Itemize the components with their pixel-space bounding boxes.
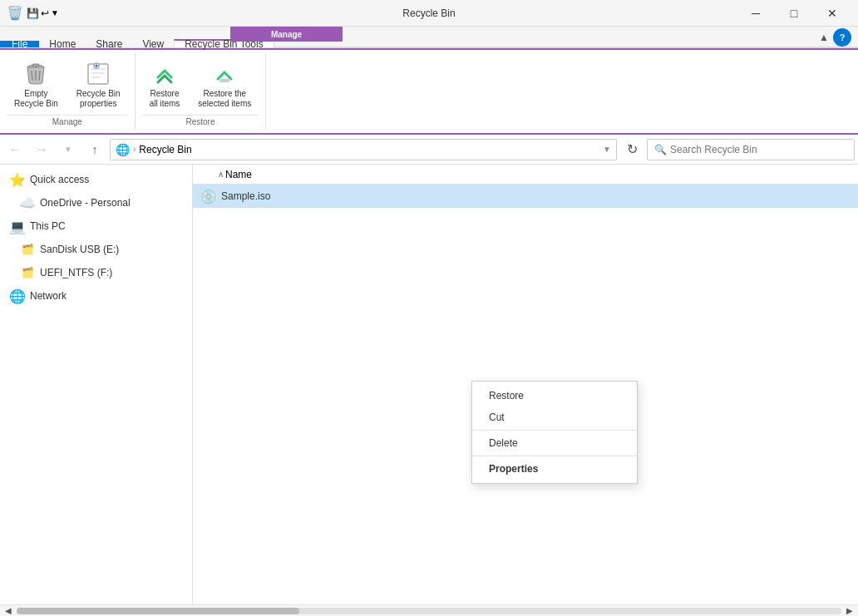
qat-save[interactable]: 💾 bbox=[27, 7, 39, 19]
sidebar: ⭐ Quick access ☁️ OneDrive - Personal 💻 … bbox=[0, 165, 193, 604]
column-header: ∧ Name bbox=[193, 165, 858, 185]
ribbon-collapse-button[interactable]: ▲ bbox=[815, 28, 833, 47]
recycle-bin-properties-button[interactable]: Recycle Binproperties bbox=[69, 57, 128, 113]
ribbon-section-restore: Restoreall items Restore theselected ite… bbox=[136, 53, 267, 130]
tab-file[interactable]: File bbox=[0, 41, 39, 47]
empty-recycle-bin-label: EmptyRecycle Bin bbox=[14, 89, 58, 109]
path-chevron: › bbox=[133, 145, 136, 154]
restore-all-items-label: Restoreall items bbox=[150, 89, 180, 109]
tab-share[interactable]: Share bbox=[86, 41, 132, 47]
qat-undo[interactable]: ↩ bbox=[41, 7, 49, 19]
file-row[interactable]: 💿 Sample.iso bbox=[193, 185, 858, 208]
scroll-right-button[interactable]: ▶ bbox=[843, 605, 856, 617]
scroll-left-button[interactable]: ◀ bbox=[2, 605, 15, 617]
this-pc-icon: 💻 bbox=[10, 219, 25, 234]
ribbon-tab-bar: File Home Share View Recycle Bin Tools ▲… bbox=[0, 27, 858, 48]
name-column-header[interactable]: ∧ Name bbox=[196, 165, 252, 184]
main-content: ⭐ Quick access ☁️ OneDrive - Personal 💻 … bbox=[0, 165, 858, 604]
minimize-button[interactable]: ─ bbox=[737, 0, 775, 27]
sidebar-item-sandisk[interactable]: 🗂️ SanDisk USB (E:) bbox=[0, 238, 192, 261]
context-menu-restore[interactable]: Restore bbox=[472, 385, 637, 407]
up-button[interactable]: ↑ bbox=[83, 138, 106, 161]
restore-buttons: Restoreall items Restore theselected ite… bbox=[142, 57, 259, 113]
uefi-ntfs-icon: 🗂️ bbox=[20, 265, 35, 280]
restore-selected-button[interactable]: Restore theselected items bbox=[190, 57, 259, 113]
ribbon-content: EmptyRecycle Bin Recycle Binproperties M… bbox=[0, 48, 858, 135]
close-button[interactable]: ✕ bbox=[813, 0, 851, 27]
maximize-button[interactable]: □ bbox=[775, 0, 813, 27]
uefi-ntfs-label: UEFI_NTFS (F:) bbox=[40, 267, 112, 278]
context-menu-delete[interactable]: Delete bbox=[472, 432, 637, 454]
onedrive-icon: ☁️ bbox=[20, 195, 35, 210]
svg-rect-4 bbox=[32, 64, 39, 67]
horizontal-scrollbar[interactable]: ◀ ▶ bbox=[0, 604, 858, 616]
recent-locations-button[interactable]: ▼ bbox=[57, 138, 80, 161]
svg-line-1 bbox=[32, 71, 32, 81]
sidebar-item-this-pc[interactable]: 💻 This PC bbox=[0, 214, 192, 238]
path-globe-icon: 🌐 bbox=[116, 143, 130, 156]
file-icon: 💿 bbox=[201, 189, 216, 204]
path-text: Recycle Bin bbox=[139, 144, 191, 155]
context-menu-separator-2 bbox=[472, 456, 637, 456]
address-bar: ← → ▼ ↑ 🌐 › Recycle Bin ▼ ↻ 🔍 bbox=[0, 135, 858, 165]
context-menu: Restore Cut Delete Properties bbox=[471, 381, 638, 484]
sidebar-item-uefi-ntfs[interactable]: 🗂️ UEFI_NTFS (F:) bbox=[0, 261, 192, 284]
network-label: Network bbox=[30, 290, 67, 302]
network-icon: 🌐 bbox=[10, 288, 25, 303]
tab-home[interactable]: Home bbox=[39, 41, 86, 47]
tab-view[interactable]: View bbox=[132, 41, 174, 47]
search-input[interactable] bbox=[670, 144, 847, 155]
qat-dropdown[interactable]: ▼ bbox=[51, 8, 59, 17]
restore-selected-label: Restore theselected items bbox=[198, 89, 251, 109]
restore-section-label: Restore bbox=[142, 115, 259, 126]
scroll-track[interactable] bbox=[17, 608, 841, 614]
scroll-thumb[interactable] bbox=[17, 608, 299, 614]
svg-rect-11 bbox=[219, 79, 229, 82]
back-button[interactable]: ← bbox=[3, 138, 27, 161]
search-icon: 🔍 bbox=[654, 144, 667, 155]
app-icon: 🗑️ bbox=[7, 5, 23, 21]
file-cell-name: 💿 Sample.iso bbox=[196, 189, 855, 204]
refresh-button[interactable]: ↻ bbox=[620, 138, 644, 161]
empty-recycle-bin-icon bbox=[22, 61, 49, 87]
sidebar-item-onedrive[interactable]: ☁️ OneDrive - Personal bbox=[0, 191, 192, 214]
restore-selected-icon bbox=[211, 61, 238, 87]
file-area: ∧ Name 💿 Sample.iso Restore Cut Delete P… bbox=[193, 165, 858, 604]
title-bar: 🗑️ 💾 ↩ ▼ Recycle Bin ─ □ ✕ bbox=[0, 0, 858, 27]
sidebar-item-quick-access[interactable]: ⭐ Quick access bbox=[0, 168, 192, 191]
forward-button[interactable]: → bbox=[30, 138, 53, 161]
sandisk-label: SanDisk USB (E:) bbox=[40, 244, 119, 255]
manage-tab-label: Manage bbox=[271, 30, 302, 39]
restore-all-items-button[interactable]: Restoreall items bbox=[142, 57, 188, 113]
window-title: Recycle Bin bbox=[402, 7, 455, 19]
sidebar-item-network[interactable]: 🌐 Network bbox=[0, 284, 192, 308]
sandisk-icon: 🗂️ bbox=[20, 242, 35, 257]
context-menu-properties[interactable]: Properties bbox=[472, 458, 637, 480]
manage-buttons: EmptyRecycle Bin Recycle Binproperties bbox=[7, 57, 128, 113]
recycle-bin-properties-icon bbox=[85, 61, 111, 87]
search-box[interactable]: 🔍 bbox=[647, 139, 855, 160]
address-path[interactable]: 🌐 › Recycle Bin ▼ bbox=[110, 139, 617, 160]
file-name: Sample.iso bbox=[221, 190, 270, 202]
sort-chevron: ∧ bbox=[218, 170, 224, 179]
help-button[interactable]: ? bbox=[833, 28, 851, 47]
svg-point-10 bbox=[96, 65, 98, 67]
restore-all-items-icon bbox=[151, 61, 178, 87]
context-menu-cut[interactable]: Cut bbox=[472, 407, 637, 428]
quick-access-label: Quick access bbox=[30, 174, 89, 185]
window-controls: ─ □ ✕ bbox=[737, 0, 851, 27]
context-menu-separator-1 bbox=[472, 430, 637, 431]
name-column-label: Name bbox=[225, 169, 252, 180]
quick-access-icon: ⭐ bbox=[10, 172, 25, 187]
onedrive-label: OneDrive - Personal bbox=[40, 197, 131, 209]
path-dropdown: ▼ bbox=[603, 145, 611, 154]
svg-line-3 bbox=[39, 71, 40, 81]
empty-recycle-bin-button[interactable]: EmptyRecycle Bin bbox=[7, 57, 66, 113]
this-pc-label: This PC bbox=[30, 220, 66, 232]
manage-section-label: Manage bbox=[7, 115, 128, 126]
ribbon-section-manage: EmptyRecycle Bin Recycle Binproperties M… bbox=[0, 53, 136, 130]
recycle-bin-properties-label: Recycle Binproperties bbox=[76, 89, 121, 109]
